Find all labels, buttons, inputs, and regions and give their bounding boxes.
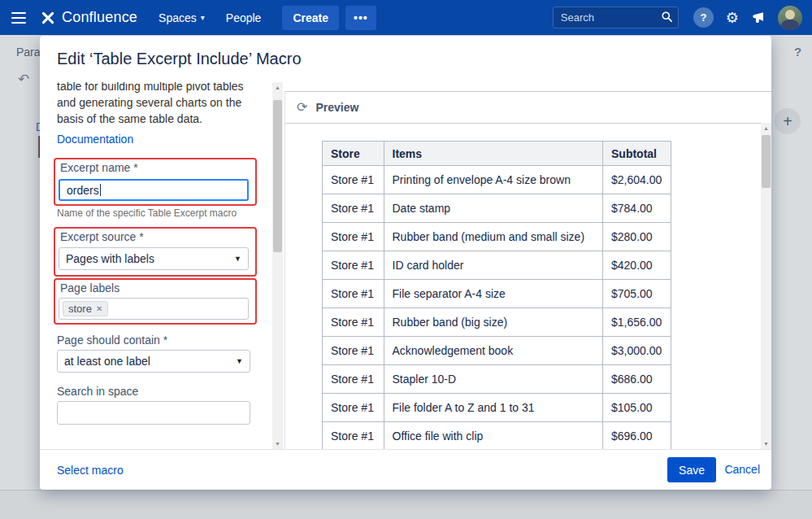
table-cell: Store #1 [323,337,384,365]
table-cell: Store #1 [323,308,384,337]
confluence-logo-icon [41,11,55,25]
documentation-link[interactable]: Documentation [57,133,133,146]
table-cell: Store #1 [323,223,384,251]
excerpt-name-label: Excerpt name * [60,161,138,174]
table-row: Store #1Stapler 10-D$686.00 [323,365,671,394]
excerpt-source-label: Excerpt source * [60,230,144,243]
table-cell: Store #1 [323,251,384,280]
column-header: Subtotal [603,142,671,166]
table-cell: ID card holder [384,251,603,280]
preview-panel: ⟳ Preview Store Items Subtotal Store #1P… [284,91,771,449]
table-row: Store #1ID card holder$420.00 [323,251,671,280]
help-icon[interactable]: ? [693,7,714,28]
scrollbar-thumb[interactable] [762,135,771,188]
dialog-title: Edit ‘Table Excerpt Include’ Macro [57,50,302,68]
cancel-link[interactable]: Cancel [724,463,760,476]
macro-edit-dialog: Edit ‘Table Excerpt Include’ Macro table… [40,36,771,490]
table-cell: $420.00 [603,251,671,280]
table-row: Store #1Printing of envelope A-4 size br… [323,166,671,194]
excerpt-name-highlight: Excerpt name * orders [54,158,257,206]
gear-icon[interactable]: ⚙ [726,11,739,25]
text-caret [100,184,102,196]
select-arrow-icon: ▼ [236,357,243,365]
table-cell: Store #1 [323,166,384,194]
scroll-up-icon[interactable]: ▲ [272,82,283,93]
remove-tag-icon[interactable]: ✕ [96,304,102,313]
column-header: Items [384,142,603,166]
select-arrow-icon: ▼ [234,255,241,263]
scroll-up-icon[interactable]: ▲ [761,123,771,133]
page-contain-label: Page should contain * [57,334,167,347]
excerpt-name-input[interactable]: orders [59,179,249,201]
macro-description: table for building multiple pivot tables… [57,82,255,127]
table-cell: Store #1 [323,365,384,394]
table-row: Store #1Rubber band (medium and small si… [323,223,671,251]
dialog-footer: Select macro Save Cancel [40,449,771,490]
table-cell: Store #1 [323,394,384,422]
table-cell: $3,000.00 [603,337,671,365]
table-header-row: Store Items Subtotal [323,142,671,166]
scroll-down-icon[interactable]: ▼ [272,438,283,449]
excerpt-name-help: Name of the specific Table Excerpt macro [57,207,237,219]
table-cell: $686.00 [603,365,671,394]
table-cell: File separator A-4 size [384,280,603,308]
table-cell: Store #1 [323,194,384,223]
table-row: Store #1Rubber band (big size)$1,656.00 [323,308,671,337]
preview-scrollbar[interactable]: ▲ ▼ [761,123,771,449]
table-row: Store #1Acknowledgement book$3,000.00 [323,337,671,365]
scroll-down-icon[interactable]: ▼ [761,438,771,449]
table-cell: $784.00 [603,194,671,223]
nav-search [553,7,679,28]
table-cell: Printing of envelope A-4 size brown [384,166,603,194]
nav-people[interactable]: People [226,11,262,24]
search-input[interactable] [553,7,679,28]
table-row: Store #1File separator A-4 size$705.00 [323,280,671,308]
page-labels-input[interactable]: store ✕ [59,298,249,320]
table-cell: Rubber band (big size) [384,308,603,337]
table-cell: Acknowledgement book [384,337,603,365]
table-cell: $2,604.00 [603,166,671,194]
table-cell: Date stamp [384,194,603,223]
table-cell: $705.00 [603,280,671,308]
preview-header: ⟳ Preview [285,92,771,124]
table-cell: Store #1 [323,422,384,450]
confluence-brand[interactable]: Confluence [41,9,137,26]
table-cell: File folder A to Z and 1 to 31 [384,394,603,422]
avatar[interactable] [778,6,802,30]
chevron-down-icon: ▾ [201,13,205,22]
table-cell: $1,656.00 [603,308,671,337]
search-icon[interactable] [661,11,673,26]
table-cell: $105.00 [603,394,671,422]
create-button[interactable]: Create [282,6,339,30]
scrollbar-thumb[interactable] [273,100,282,252]
refresh-icon[interactable]: ⟳ [297,101,307,114]
hamburger-menu-icon[interactable] [11,12,26,24]
table-row: Store #1Date stamp$784.00 [323,194,671,223]
page-labels-highlight: Page labels store ✕ [54,278,257,325]
label-tag: store ✕ [63,301,108,316]
table-cell: Store #1 [323,280,384,308]
nav-spaces[interactable]: Spaces ▾ [158,11,205,24]
page-contain-select[interactable]: at least one label ▼ [57,350,250,373]
table-row: Store #1Office file with clip$696.00 [323,422,671,450]
select-macro-link[interactable]: Select macro [57,464,124,477]
macro-form: table for building multiple pivot tables… [40,82,272,449]
save-button[interactable]: Save [667,457,716,482]
page-labels-label: Page labels [60,281,119,294]
table-cell: Office file with clip [384,422,603,450]
table-row: Store #1File folder A to Z and 1 to 31$1… [323,394,671,422]
nav-more-button[interactable]: ••• [345,6,376,30]
table-cell: $280.00 [603,223,671,251]
brand-name: Confluence [62,9,137,26]
excerpt-table: Store Items Subtotal Store #1Printing of… [322,141,671,449]
excerpt-source-highlight: Excerpt source * Pages with labels ▼ [54,227,257,277]
table-cell: Stapler 10-D [384,365,603,394]
preview-body: Store Items Subtotal Store #1Printing of… [285,123,761,449]
megaphone-icon[interactable] [751,11,766,25]
search-space-label: Search in space [57,385,138,398]
preview-title: Preview [315,101,358,114]
excerpt-source-select[interactable]: Pages with labels ▼ [59,247,249,270]
column-header: Store [323,142,384,166]
form-scrollbar[interactable]: ▲ ▼ [272,82,283,449]
search-space-input[interactable] [57,401,250,425]
